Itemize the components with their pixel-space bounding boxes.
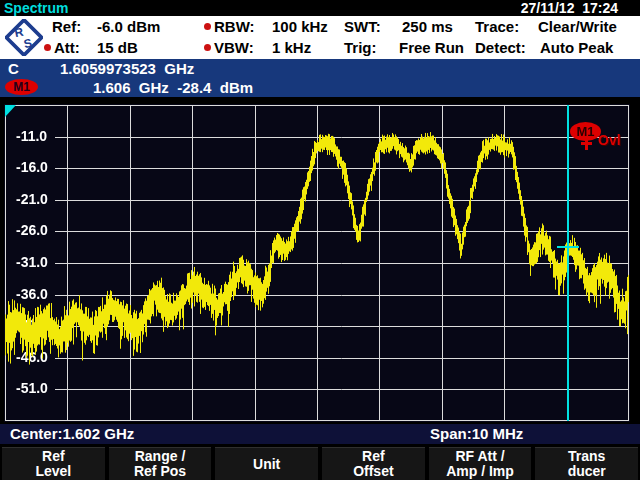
trace-mode-label: Trace: <box>475 18 519 35</box>
settings-panel: R S Ref: -6.0 dBm Att: 15 dB RBW: 100 kH… <box>0 16 640 59</box>
swt-value: 250 ms <box>402 18 453 35</box>
marker-m1-line[interactable] <box>567 105 569 421</box>
softkey-label: ducer <box>568 464 606 479</box>
spectrum-trace <box>5 105 629 421</box>
softkey-label: RF Att / <box>455 449 504 464</box>
softkey-transducer[interactable]: Trans ducer <box>535 447 638 480</box>
softkey-label: Level <box>35 464 71 479</box>
softkey-label: Range / <box>135 449 186 464</box>
spectrum-analyzer-screen: Spectrum 27/11/12 17:24 R S Ref: -6.0 dB… <box>0 0 640 480</box>
softkey-ref-level[interactable]: Ref Level <box>2 447 105 480</box>
softkey-label: Unit <box>253 457 280 472</box>
spectrum-plot: -11.0 -16.0 -21.0 -26.0 -31.0 -36.0 -41.… <box>4 104 630 422</box>
softkey-label: Ref Pos <box>134 464 186 479</box>
att-bullet-icon <box>44 44 51 51</box>
trace-mode-value: Clear/Write <box>538 18 617 35</box>
overload-indicator: Ovl <box>598 133 621 148</box>
vbw-value: 1 kHz <box>272 39 311 56</box>
att-value: 15 dB <box>97 39 138 56</box>
softkey-range-ref-pos[interactable]: Range / Ref Pos <box>109 447 212 480</box>
marker-m1-pointer-icon <box>581 142 592 145</box>
marker-m1-row: M1 1.606 GHz -28.4 dBm <box>0 78 640 97</box>
softkey-rf-att-amp-imp[interactable]: RF Att / Amp / Imp <box>429 447 532 480</box>
softkey-ref-offset[interactable]: Ref Offset <box>322 447 425 480</box>
softkey-label: Offset <box>353 464 393 479</box>
title-bar: Spectrum 27/11/12 17:24 <box>0 0 640 16</box>
trig-label: Trig: <box>344 39 377 56</box>
rbw-label: RBW: <box>214 18 255 35</box>
softkey-unit[interactable]: Unit <box>215 447 318 480</box>
ref-level-label: Ref: <box>52 18 81 35</box>
marker-m1-flag: M1 <box>570 122 601 141</box>
detector-label: Detect: <box>475 39 526 56</box>
date-time: 27/11/12 17:24 <box>521 0 618 16</box>
softkey-bar: Ref Level Range / Ref Pos Unit Ref Offse… <box>0 446 640 480</box>
rbw-bullet-icon <box>204 23 211 30</box>
marker-m1-cross-icon[interactable] <box>557 246 579 248</box>
softkey-label: Amp / Imp <box>446 464 514 479</box>
vbw-label: VBW: <box>214 39 254 56</box>
center-freq-row: C 1.6059973523 GHz <box>0 59 640 78</box>
vbw-bullet-icon <box>204 44 211 51</box>
softkey-label: Ref <box>362 449 385 464</box>
att-label: Att: <box>54 39 80 56</box>
rohde-schwarz-logo: R S <box>5 19 43 56</box>
marker-m1-badge: M1 <box>5 79 38 95</box>
marker-m1-value: 1.606 GHz -28.4 dBm <box>93 78 253 97</box>
center-frequency: Center:1.602 GHz <box>10 424 134 444</box>
span-value: Span:10 MHz <box>430 424 523 444</box>
ref-level-value: -6.0 dBm <box>97 18 160 35</box>
detector-value: Auto Peak <box>540 39 613 56</box>
page-title: Spectrum <box>4 0 69 16</box>
rbw-value: 100 kHz <box>272 18 328 35</box>
center-freq-row-value: 1.6059973523 GHz <box>60 59 194 78</box>
softkey-label: Ref <box>42 449 65 464</box>
ref-position-triangle-icon <box>5 105 16 117</box>
trig-value: Free Run <box>399 39 464 56</box>
frequency-bar: Center:1.602 GHz Span:10 MHz <box>0 424 640 444</box>
softkey-label: Trans <box>568 449 605 464</box>
center-freq-row-label: C <box>8 59 19 78</box>
swt-label: SWT: <box>344 18 381 35</box>
